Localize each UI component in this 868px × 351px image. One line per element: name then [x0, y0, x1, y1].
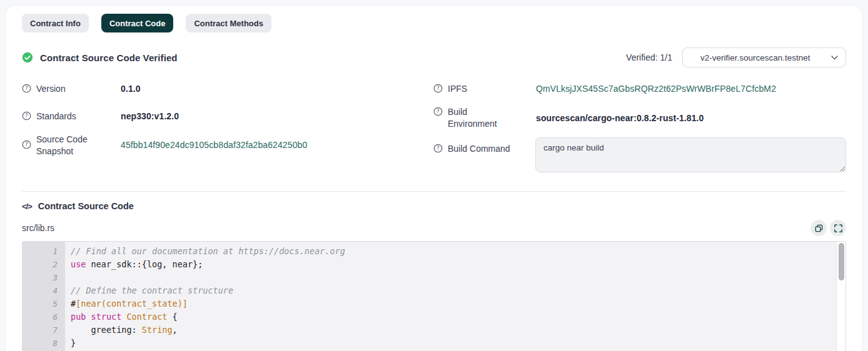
tab-contract-info[interactable]: Contract Info: [22, 14, 89, 32]
source-code-section-title: Contract Source Code: [38, 201, 134, 211]
ipfs-link[interactable]: QmVLksjJXS45Sc7aGbsRQRz2t62PsWrWBrFP8eL7…: [536, 84, 776, 94]
line-number: 3: [23, 271, 65, 284]
code-line: }: [71, 337, 836, 350]
tab-contract-code[interactable]: Contract Code: [101, 14, 174, 32]
code-line: greeting: String,: [71, 324, 836, 337]
detail-label: IPFS: [448, 83, 467, 95]
code-line: #[near(contract_state)]: [71, 297, 836, 310]
code-line: use near_sdk::{log, near};: [71, 258, 836, 271]
svg-text:?: ?: [437, 108, 439, 114]
code-line: pub struct Contract {: [71, 310, 836, 324]
build-environment-value: sourcescan/cargo-near:0.8.2-rust-1.81.0: [536, 113, 704, 123]
code-line: // Find all our documentation at https:/…: [71, 245, 836, 258]
question-circle-icon: ?: [22, 111, 31, 122]
code-line: [71, 271, 836, 284]
source-code-section-header: </> Contract Source Code: [22, 201, 846, 211]
detail-label: Build Command: [448, 143, 510, 155]
code-scrollbar[interactable]: [836, 242, 845, 351]
scrollbar-thumb[interactable]: [839, 243, 844, 280]
line-number: 8: [23, 337, 65, 350]
copy-button[interactable]: [810, 220, 827, 236]
file-row: src/lib.rs: [22, 219, 846, 237]
standards-value: nep330:v1.2.0: [121, 111, 179, 121]
verified-count-label: Verified: 1/1: [626, 52, 672, 62]
verifier-select-value: v2-verifier.sourcescan.testnet: [700, 53, 810, 62]
line-number: 6: [23, 310, 65, 324]
build-command-textarea[interactable]: cargo near build: [535, 137, 846, 172]
fullscreen-icon: [834, 224, 843, 233]
detail-label: Standards: [36, 111, 76, 122]
contract-card: Contract Info Contract Code Contract Met…: [5, 5, 863, 351]
tab-contract-methods[interactable]: Contract Methods: [186, 14, 271, 32]
question-circle-icon: ?: [433, 107, 443, 118]
check-circle-icon: [22, 52, 33, 63]
line-number: 5: [23, 297, 65, 310]
detail-row-build-environment: ? Build Environment sourcescan/cargo-nea…: [433, 106, 846, 130]
question-circle-icon: ?: [22, 140, 31, 151]
code-content[interactable]: // Find all our documentation at https:/…: [65, 242, 836, 351]
detail-row-source-snapshot: ? Source Code Snapshot 45fbb14f90e24dc91…: [22, 134, 433, 159]
line-number: 1: [23, 245, 65, 258]
svg-text:?: ?: [25, 112, 28, 119]
verifier-select[interactable]: v2-verifier.sourcescan.testnet: [682, 47, 846, 67]
fullscreen-button[interactable]: [830, 220, 846, 236]
detail-row-standards: ? Standards nep330:v1.2.0: [22, 106, 433, 126]
svg-text:?: ?: [25, 85, 28, 91]
code-brackets-icon: </>: [22, 202, 32, 211]
tab-bar: Contract Info Contract Code Contract Met…: [22, 14, 846, 32]
chevron-down-icon: [831, 56, 838, 60]
detail-label: Source Code Snapshot: [36, 134, 105, 157]
verification-status-title: Contract Source Code Verified: [40, 52, 178, 63]
file-path-label: src/lib.rs: [22, 223, 54, 233]
svg-text:?: ?: [25, 141, 28, 147]
question-circle-icon: ?: [433, 84, 443, 95]
code-viewer: 123456789 // Find all our documentation …: [22, 241, 846, 351]
version-value: 0.1.0: [121, 84, 141, 94]
copy-icon: [814, 224, 824, 233]
detail-row-ipfs: ? IPFS QmVLksjJXS45Sc7aGbsRQRz2t62PsWrWB…: [433, 79, 846, 99]
question-circle-icon: ?: [22, 84, 31, 95]
section-divider: [22, 191, 846, 192]
verification-header: Contract Source Code Verified Verified: …: [22, 47, 846, 67]
detail-label: Build Environment: [448, 106, 517, 130]
line-number-gutter: 123456789: [23, 242, 65, 351]
question-circle-icon: ?: [433, 144, 443, 155]
detail-label: Version: [36, 83, 66, 95]
line-number: 2: [23, 258, 65, 271]
detail-row-version: ? Version 0.1.0: [22, 79, 433, 99]
line-number: 4: [23, 284, 65, 297]
detail-row-build-command: ? Build Command cargo near build: [433, 137, 846, 175]
line-number: 7: [23, 324, 65, 337]
source-snapshot-link[interactable]: 45fbb14f90e24dc9105cb8daf32fa2ba624250b0: [121, 140, 307, 150]
svg-text:?: ?: [437, 145, 439, 151]
svg-text:?: ?: [437, 85, 439, 91]
contract-details: ? Version 0.1.0 ? Standards nep330:v1.2.…: [22, 79, 846, 182]
code-line: // Define the contract structure: [71, 284, 836, 297]
